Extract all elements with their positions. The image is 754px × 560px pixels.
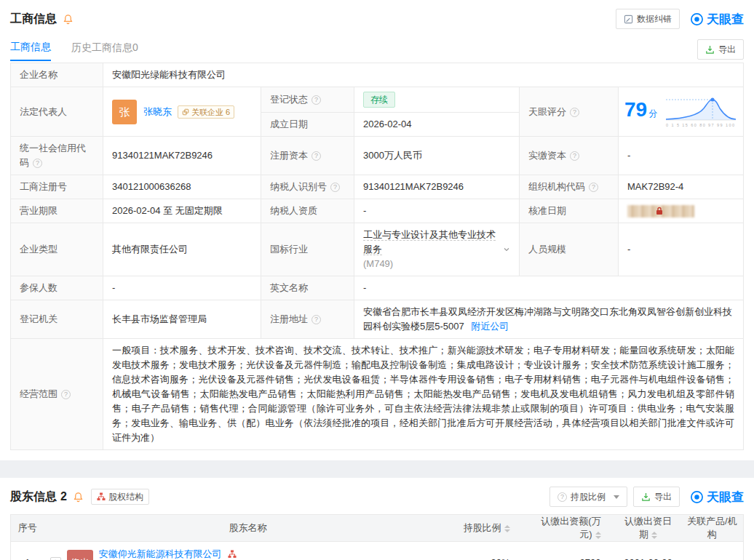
sort-icon[interactable] (504, 525, 510, 532)
export-button[interactable]: 导出 (697, 39, 744, 60)
staff-size-label: 人员规模 (520, 223, 619, 276)
col-shareholder-name: 股东名称 (44, 515, 452, 542)
credit-code-value: 91340121MAK72B9246 (103, 137, 261, 175)
section-title: 工商信息 (10, 12, 57, 27)
data-correction-label: 数据纠错 (637, 13, 672, 25)
help-icon[interactable] (311, 95, 321, 105)
shareholder-avatar[interactable]: 仰光 (67, 550, 93, 560)
export-label: 导出 (654, 491, 672, 503)
sort-icon[interactable] (595, 532, 601, 539)
help-icon[interactable] (311, 315, 321, 324)
edit-icon (624, 15, 633, 24)
equity-structure-icon (97, 492, 106, 501)
english-name-value: - (354, 276, 744, 300)
tax-qual-value: - (354, 199, 520, 223)
industry-code: (M749) (363, 257, 499, 271)
col-related: 关联产品/机构 (681, 515, 744, 542)
help-icon[interactable] (311, 151, 321, 161)
paid-capital-value: - (619, 137, 744, 175)
ratio-filter-label: 持股比例 (571, 491, 606, 503)
locked-blur-value[interactable] (627, 205, 694, 217)
table-row: 统一社会信用代码 91340121MAK72B9246 注册资本 3000万人民… (11, 137, 744, 175)
table-row: 营业期限 2026-02-04 至 无固定期限 纳税人资质 - 核准日期 (11, 199, 744, 223)
date-value: 2031-02-02 (616, 542, 681, 560)
staff-size-value: - (619, 223, 744, 276)
business-info-header: 工商信息 数据纠错 天眼查 (10, 9, 744, 29)
eye-icon (690, 12, 704, 26)
address-cell: 安徽省合肥市长丰县双凤经济开发区梅冲湖路与文明路交口东北角双凤智谷创新创业科技园… (354, 300, 744, 339)
score-curve-chart[interactable]: 0 1 5 15 60 80 97 99 100 (664, 95, 737, 129)
brand-name: 天眼查 (707, 489, 744, 505)
table-row: 法定代表人 张 张晓东 关联企业 6 登记状态 存续 天眼评分 79分 (11, 87, 744, 113)
business-info-section: 工商信息 数据纠错 天眼查 工商信息 历史工商信息0 导出 企业名称 安徽阳光绿… (0, 0, 754, 460)
org-code-value: MAK72B92-4 (619, 175, 744, 199)
tab-history-business-info[interactable]: 历史工商信息0 (71, 39, 138, 60)
brand-name: 天眼查 (707, 11, 744, 28)
monitor-bell-icon[interactable] (73, 492, 84, 503)
tabs-row: 工商信息 历史工商信息0 导出 (10, 38, 744, 61)
legal-rep-label: 法定代表人 (11, 87, 103, 137)
shareholder-name-block: 安徽仰光新能源科技有限公司 控股股东 (99, 548, 237, 560)
paid-capital-label: 实缴资本 (520, 137, 619, 175)
expand-button[interactable] (50, 557, 61, 560)
export-button[interactable]: 导出 (633, 487, 680, 507)
reg-capital-value: 3000万人民币 (354, 137, 520, 175)
help-icon (557, 492, 567, 502)
tax-qual-label: 纳税人资质 (261, 199, 354, 223)
table-row: 参保人数 - 英文名称 - (11, 276, 744, 300)
approval-date-locked-cell (619, 199, 744, 223)
equity-chart-icon[interactable] (228, 550, 237, 559)
shareholders-table: 序号 股东名称 持股比例 认缴出资额(万元) 认缴出资日期 关联产品/机构 1 … (10, 514, 744, 560)
chevron-down-icon[interactable] (503, 246, 510, 253)
data-correction-button[interactable]: 数据纠错 (616, 9, 680, 29)
industry-cell: 工业与专业设计及其他专业技术服务 (M749) (354, 223, 520, 276)
tianyancha-logo: 天眼查 (690, 489, 744, 505)
help-icon[interactable] (61, 390, 71, 399)
tax-id-label: 纳税人识别号 (261, 175, 354, 199)
export-label: 导出 (718, 44, 736, 56)
legal-rep-avatar[interactable]: 张 (112, 100, 137, 124)
ratio-value: 90% (452, 542, 525, 560)
status-badge: 存续 (363, 92, 395, 108)
table-row: 工商注册号 340121000636268 纳税人识别号 91340121MAK… (11, 175, 744, 199)
company-name-value: 安徽阳光绿能科技有限公司 (103, 63, 744, 87)
related-companies-badge[interactable]: 关联企业 6 (178, 105, 234, 119)
tab-business-info[interactable]: 工商信息 (10, 38, 51, 61)
shareholders-header: 股东信息 2 股权结构 持股比例 导出 天眼查 (10, 487, 744, 507)
help-icon[interactable] (589, 183, 598, 192)
help-icon[interactable] (570, 108, 579, 117)
address-label: 注册地址 (261, 300, 354, 339)
amount-value: 2700 (525, 542, 616, 560)
equity-structure-button[interactable]: 股权结构 (91, 489, 149, 505)
table-row: 经营范围 一般项目：技术服务、技术开发、技术咨询、技术交流、技术转让、技术推广；… (11, 339, 744, 450)
ratio-filter-dropdown[interactable]: 持股比例 (549, 487, 627, 507)
industry-value[interactable]: 工业与专业设计及其他专业技术服务 (363, 229, 496, 255)
shareholder-name-cell: 仰光 安徽仰光新能源科技有限公司 控股股东 (44, 542, 452, 560)
nearby-companies-link[interactable]: 附近公司 (471, 321, 509, 332)
shareholder-name-link[interactable]: 安徽仰光新能源科技有限公司 (99, 548, 222, 559)
shareholders-section: 股东信息 2 股权结构 持股比例 导出 天眼查 序号 股东名称 持股比例 (0, 478, 754, 560)
authority-value: 长丰县市场监督管理局 (103, 300, 261, 339)
legal-rep-name-link[interactable]: 张晓东 (143, 105, 172, 119)
help-icon[interactable] (330, 183, 340, 192)
help-icon[interactable] (33, 159, 42, 168)
col-date[interactable]: 认缴出资日期 (616, 515, 681, 542)
related-value: - (681, 542, 744, 560)
company-type-value: 其他有限责任公司 (103, 223, 261, 276)
shareholder-row: 1 仰光 安徽仰光新能源科技有限公司 控股股东 90% 2700 2031-02 (11, 542, 744, 560)
col-ratio[interactable]: 持股比例 (452, 515, 525, 542)
section-divider (0, 460, 754, 478)
company-name-label: 企业名称 (11, 63, 103, 87)
svg-text:0 1 5 15 60 80 97 99 100: 0 1 5 15 60 80 97 99 100 (666, 123, 734, 127)
col-amount[interactable]: 认缴出资额(万元) (525, 515, 616, 542)
monitor-bell-icon[interactable] (63, 14, 74, 25)
reg-no-label: 工商注册号 (11, 175, 103, 199)
help-icon[interactable] (570, 151, 579, 161)
business-info-table: 企业名称 安徽阳光绿能科技有限公司 法定代表人 张 张晓东 关联企业 6 登记状… (10, 63, 744, 450)
est-date-value: 2026-02-04 (354, 113, 520, 137)
shareholders-count: 2 (60, 490, 67, 503)
table-row: 企业类型 其他有限责任公司 国标行业 工业与专业设计及其他专业技术服务 (M74… (11, 223, 744, 276)
sort-icon[interactable] (651, 532, 657, 539)
industry-label: 国标行业 (261, 223, 354, 276)
reg-no-value: 340121000636268 (103, 175, 261, 199)
